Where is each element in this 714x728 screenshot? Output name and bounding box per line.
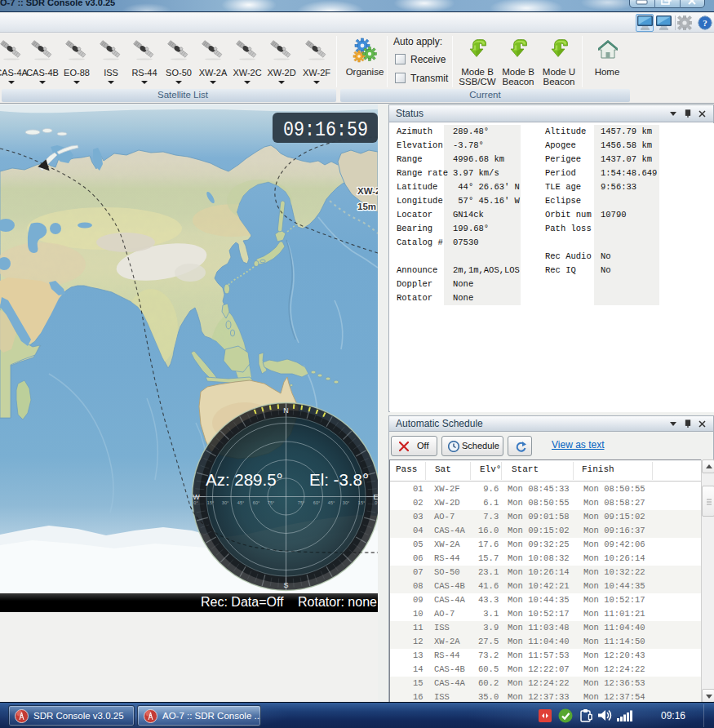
svg-text:45°: 45° bbox=[328, 500, 335, 505]
svg-text:15°: 15° bbox=[207, 500, 214, 505]
svg-text:S: S bbox=[283, 581, 288, 589]
svg-text:75°: 75° bbox=[268, 500, 274, 505]
svg-text:15°: 15° bbox=[358, 500, 365, 505]
svg-text:60°: 60° bbox=[253, 500, 259, 505]
svg-text:?: ? bbox=[703, 18, 707, 28]
svg-text:09:16:59: 09:16:59 bbox=[283, 118, 368, 142]
svg-text:75°: 75° bbox=[298, 500, 304, 505]
svg-text:30°: 30° bbox=[343, 500, 349, 505]
svg-text:N: N bbox=[283, 406, 289, 415]
svg-text:0°: 0° bbox=[193, 500, 197, 505]
svg-text:45°: 45° bbox=[237, 500, 244, 505]
svg-text:60°: 60° bbox=[313, 500, 320, 505]
svg-text:15m: 15m bbox=[357, 202, 376, 211]
svg-text:XW-2: XW-2 bbox=[357, 186, 378, 196]
svg-text:30°: 30° bbox=[222, 500, 228, 505]
svg-text:El: -3.8°: El: -3.8° bbox=[309, 470, 369, 489]
svg-text:Az: 289.5°: Az: 289.5° bbox=[206, 470, 283, 489]
